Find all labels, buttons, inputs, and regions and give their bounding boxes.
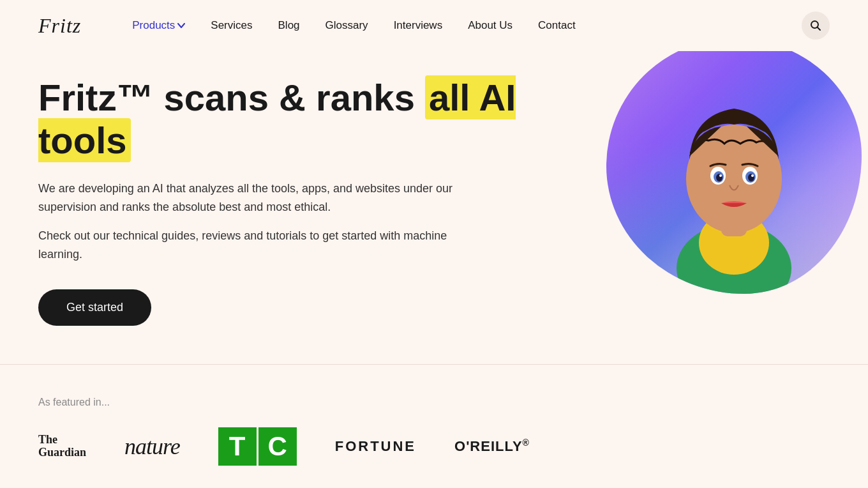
featured-label: As featured in... xyxy=(38,397,830,408)
hero-title: Fritz™ scans & ranks all AI tools xyxy=(38,77,587,162)
logo-nature: nature xyxy=(124,433,180,460)
featured-section: As featured in... The Guardian nature T … xyxy=(0,364,868,488)
cta-button[interactable]: Get started xyxy=(38,289,151,326)
search-icon xyxy=(809,19,822,32)
hero-illustration xyxy=(606,51,868,332)
svg-point-12 xyxy=(719,174,722,177)
character-illustration xyxy=(645,51,823,294)
nav-contact[interactable]: Contact xyxy=(538,19,576,32)
hero-content: Fritz™ scans & ranks all AI tools We are… xyxy=(38,77,587,326)
nav-glossary[interactable]: Glossary xyxy=(326,19,368,32)
logo-oreilly: O'REILLY® xyxy=(454,438,530,455)
chevron-down-icon xyxy=(177,23,185,28)
logo-fortune: FORTUNE xyxy=(335,438,416,455)
svg-line-1 xyxy=(818,27,821,31)
search-button[interactable] xyxy=(802,11,830,40)
svg-point-13 xyxy=(751,174,754,177)
nav-blog[interactable]: Blog xyxy=(278,19,300,32)
hero-section: Fritz™ scans & ranks all AI tools We are… xyxy=(0,51,868,364)
blob-background xyxy=(606,51,862,294)
nav-products[interactable]: Products xyxy=(132,19,185,32)
hero-description-1: We are developing an AI that analyzes al… xyxy=(38,179,485,217)
nav-interviews[interactable]: Interviews xyxy=(394,19,443,32)
hero-description-2: Check out our technical guides, reviews … xyxy=(38,227,485,264)
featured-logos: The Guardian nature T C FORTUNE O'REILLY… xyxy=(38,427,830,466)
brand-logo[interactable]: Fritz xyxy=(38,14,81,38)
logo-guardian: The Guardian xyxy=(38,434,86,459)
navbar: Fritz Products Services Blog Glossary In… xyxy=(0,0,868,51)
nav-links: Products Services Blog Glossary Intervie… xyxy=(132,19,802,32)
nav-about-us[interactable]: About Us xyxy=(468,19,513,32)
nav-services[interactable]: Services xyxy=(211,19,252,32)
logo-techcrunch: T C xyxy=(218,427,297,466)
